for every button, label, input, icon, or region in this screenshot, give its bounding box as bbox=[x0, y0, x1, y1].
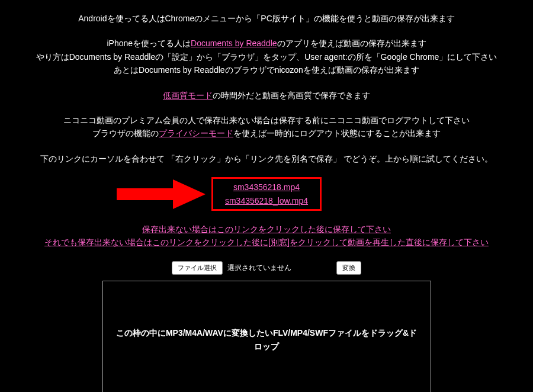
dropzone-text: この枠の中にMP3/M4A/WAVに変換したいFLV/MP4/SWFファイルをド… bbox=[115, 326, 419, 353]
suffix: を使えば一時的にログアウト状態にすることが出来ます bbox=[233, 128, 441, 138]
convert-button[interactable]: 変換 bbox=[336, 261, 361, 275]
fallback-link-2[interactable]: それでも保存出来ない場合はこのリンクをクリックした後に[別窓]をクリックして動画… bbox=[0, 236, 533, 249]
prefix: ブラウザの機能の bbox=[92, 128, 159, 138]
line3: あとはDocuments by Readdleのブラウザでnicozonを使えば… bbox=[0, 63, 533, 76]
low-quality-mode-link[interactable]: 低画質モード bbox=[163, 91, 213, 100]
line2: やり方はDocuments by Readdleの「設定」から「ブラウザ」をタッ… bbox=[0, 50, 533, 63]
download-link-low[interactable]: sm34356218_low.mp4 bbox=[225, 194, 308, 207]
download-links-container: sm34356218.mp4 sm34356218_low.mp4 bbox=[211, 177, 322, 211]
fallback-link-1[interactable]: 保存出来ない場合はこのリンクをクリックした後に保存して下さい bbox=[0, 223, 533, 236]
right-click-instruction: 下のリンクにカーソルを合わせて 「右クリック」から「リンク先を別名で保存」 でど… bbox=[0, 152, 533, 165]
download-link-hq[interactable]: sm34356218.mp4 bbox=[225, 181, 308, 194]
file-status-text: 選択されていません bbox=[227, 262, 291, 274]
line2: ブラウザの機能のプライバシーモードを使えば一時的にログアウト状態にすることが出来… bbox=[0, 127, 533, 140]
suffix: の時間外だと動画を高画質で保存できます bbox=[213, 91, 370, 100]
arrow-icon bbox=[117, 179, 206, 209]
android-instruction: Androidを使ってる人はChromeのメニューから「PC版サイト」の機能を使… bbox=[0, 12, 533, 25]
privacy-mode-link[interactable]: プライバシーモード bbox=[159, 128, 233, 138]
file-convert-row: ファイル選択 選択されていません 変換 bbox=[0, 261, 533, 275]
iphone-instruction: iPhoneを使ってる人はDocuments by Readdleのアプリを使え… bbox=[0, 37, 533, 76]
dropzone[interactable]: この枠の中にMP3/M4A/WAVに変換したいFLV/MP4/SWFファイルをド… bbox=[102, 281, 431, 392]
documents-by-readdle-link[interactable]: Documents by Readdle bbox=[191, 38, 277, 48]
file-select-button[interactable]: ファイル選択 bbox=[172, 261, 223, 275]
fallback-links: 保存出来ない場合はこのリンクをクリックした後に保存して下さい それでも保存出来な… bbox=[0, 223, 533, 249]
text: Androidを使ってる人はChromeのメニューから「PC版サイト」の機能を使… bbox=[78, 14, 455, 23]
download-links-box: sm34356218.mp4 sm34356218_low.mp4 bbox=[211, 177, 322, 211]
text: 下のリンクにカーソルを合わせて 「右クリック」から「リンク先を別名で保存」 でど… bbox=[40, 154, 493, 163]
line1: iPhoneを使ってる人はDocuments by Readdleのアプリを使え… bbox=[0, 37, 533, 50]
svg-marker-0 bbox=[117, 179, 206, 209]
suffix: のアプリを使えば動画の保存が出来ます bbox=[277, 38, 426, 48]
quality-mode-instruction: 低画質モードの時間外だと動画を高画質で保存できます bbox=[0, 89, 533, 102]
premium-instruction: ニコニコ動画のプレミアム会員の人で保存出来ない場合は保存する前にニコニコ動画でロ… bbox=[0, 114, 533, 140]
line1: ニコニコ動画のプレミアム会員の人で保存出来ない場合は保存する前にニコニコ動画でロ… bbox=[0, 114, 533, 127]
prefix: iPhoneを使ってる人は bbox=[107, 38, 191, 48]
